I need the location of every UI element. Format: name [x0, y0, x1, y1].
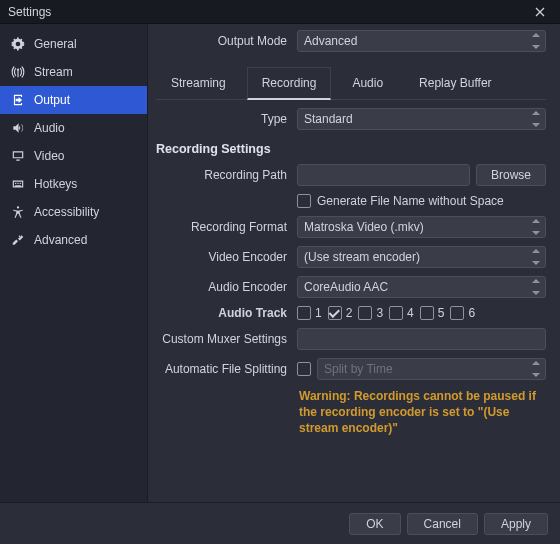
window-title: Settings: [6, 5, 526, 19]
track-4-label: 4: [407, 306, 414, 320]
video-encoder-value: (Use stream encoder): [304, 250, 420, 264]
auto-split-row: Automatic File Splitting Split by Time: [156, 358, 546, 380]
sidebar-item-stream[interactable]: Stream: [0, 58, 147, 86]
ok-button[interactable]: OK: [349, 513, 400, 535]
recording-format-row: Recording Format Matroska Video (.mkv): [156, 216, 546, 238]
output-mode-label: Output Mode: [156, 34, 291, 48]
track-6-label: 6: [468, 306, 475, 320]
tab-audio[interactable]: Audio: [337, 67, 398, 100]
main: Output Mode Advanced Streaming Recording…: [148, 24, 560, 502]
recording-format-value: Matroska Video (.mkv): [304, 220, 424, 234]
audio-encoder-value: CoreAudio AAC: [304, 280, 388, 294]
recording-format-label: Recording Format: [156, 220, 291, 234]
audio-encoder-select[interactable]: CoreAudio AAC: [297, 276, 546, 298]
titlebar: Settings: [0, 0, 560, 24]
recording-path-label: Recording Path: [156, 168, 291, 182]
sidebar-item-label: Stream: [34, 65, 73, 79]
close-icon[interactable]: [526, 1, 554, 23]
antenna-icon: [10, 64, 26, 80]
gen-filename-row: Generate File Name without Space: [156, 194, 546, 208]
auto-split-select[interactable]: Split by Time: [317, 358, 546, 380]
sidebar-item-general[interactable]: General: [0, 30, 147, 58]
spinner-icon: [530, 111, 542, 127]
sidebar-item-video[interactable]: Video: [0, 142, 147, 170]
type-row: Type Standard: [156, 108, 546, 130]
auto-split-checkbox[interactable]: [297, 362, 311, 376]
video-encoder-row: Video Encoder (Use stream encoder): [156, 246, 546, 268]
sidebar-item-label: Advanced: [34, 233, 87, 247]
sidebar-item-hotkeys[interactable]: Hotkeys: [0, 170, 147, 198]
tools-icon: [10, 232, 26, 248]
audio-encoder-row: Audio Encoder CoreAudio AAC: [156, 276, 546, 298]
sidebar-item-advanced[interactable]: Advanced: [0, 226, 147, 254]
custom-muxer-row: Custom Muxer Settings: [156, 328, 546, 350]
sidebar-item-label: General: [34, 37, 77, 51]
apply-button[interactable]: Apply: [484, 513, 548, 535]
track-5-label: 5: [438, 306, 445, 320]
volume-icon: [10, 120, 26, 136]
track-6-checkbox[interactable]: [450, 306, 464, 320]
video-encoder-select[interactable]: (Use stream encoder): [297, 246, 546, 268]
track-2-label: 2: [346, 306, 353, 320]
custom-muxer-input[interactable]: [297, 328, 546, 350]
recording-path-input[interactable]: [297, 164, 470, 186]
custom-muxer-label: Custom Muxer Settings: [156, 332, 291, 346]
sidebar-item-label: Video: [34, 149, 64, 163]
monitor-icon: [10, 148, 26, 164]
footer: OK Cancel Apply: [0, 502, 560, 544]
track-1-label: 1: [315, 306, 322, 320]
track-2-checkbox[interactable]: [328, 306, 342, 320]
body: General Stream Output Audio Video Hotkey…: [0, 24, 560, 502]
gen-filename-label: Generate File Name without Space: [317, 194, 504, 208]
accessibility-icon: [10, 204, 26, 220]
spinner-icon: [530, 219, 542, 235]
type-select[interactable]: Standard: [297, 108, 546, 130]
output-mode-row: Output Mode Advanced: [156, 30, 546, 52]
sidebar-item-label: Audio: [34, 121, 65, 135]
recording-format-select[interactable]: Matroska Video (.mkv): [297, 216, 546, 238]
auto-split-label: Automatic File Splitting: [156, 362, 291, 376]
spinner-icon: [530, 279, 542, 295]
sidebar-item-label: Output: [34, 93, 70, 107]
section-title: Recording Settings: [156, 142, 546, 156]
spinner-icon: [530, 33, 542, 49]
output-mode-select[interactable]: Advanced: [297, 30, 546, 52]
browse-button[interactable]: Browse: [476, 164, 546, 186]
audio-tracks: 1 2 3 4 5 6: [297, 306, 475, 320]
tab-replay-buffer[interactable]: Replay Buffer: [404, 67, 507, 100]
sidebar-item-label: Accessibility: [34, 205, 99, 219]
sidebar-item-accessibility[interactable]: Accessibility: [0, 198, 147, 226]
export-icon: [10, 92, 26, 108]
warning-text: Warning: Recordings cannot be paused if …: [156, 388, 546, 437]
tab-recording[interactable]: Recording: [247, 67, 332, 100]
recording-path-row: Recording Path Browse: [156, 164, 546, 186]
track-5-checkbox[interactable]: [420, 306, 434, 320]
type-label: Type: [156, 112, 291, 126]
audio-track-row: Audio Track 1 2 3 4 5 6: [156, 306, 546, 320]
cancel-button[interactable]: Cancel: [407, 513, 478, 535]
audio-encoder-label: Audio Encoder: [156, 280, 291, 294]
track-3-label: 3: [376, 306, 383, 320]
spinner-icon: [530, 361, 542, 377]
track-3-checkbox[interactable]: [358, 306, 372, 320]
sidebar-item-output[interactable]: Output: [0, 86, 147, 114]
audio-track-label: Audio Track: [156, 306, 291, 320]
type-value: Standard: [304, 112, 353, 126]
video-encoder-label: Video Encoder: [156, 250, 291, 264]
track-4-checkbox[interactable]: [389, 306, 403, 320]
sidebar-item-audio[interactable]: Audio: [0, 114, 147, 142]
keyboard-icon: [10, 176, 26, 192]
track-1-checkbox[interactable]: [297, 306, 311, 320]
spinner-icon: [530, 249, 542, 265]
auto-split-value: Split by Time: [324, 362, 393, 376]
gear-icon: [10, 36, 26, 52]
tab-streaming[interactable]: Streaming: [156, 67, 241, 100]
output-mode-value: Advanced: [304, 34, 357, 48]
sidebar-item-label: Hotkeys: [34, 177, 77, 191]
gen-filename-checkbox[interactable]: [297, 194, 311, 208]
tabs: Streaming Recording Audio Replay Buffer: [156, 66, 546, 100]
sidebar: General Stream Output Audio Video Hotkey…: [0, 24, 148, 502]
